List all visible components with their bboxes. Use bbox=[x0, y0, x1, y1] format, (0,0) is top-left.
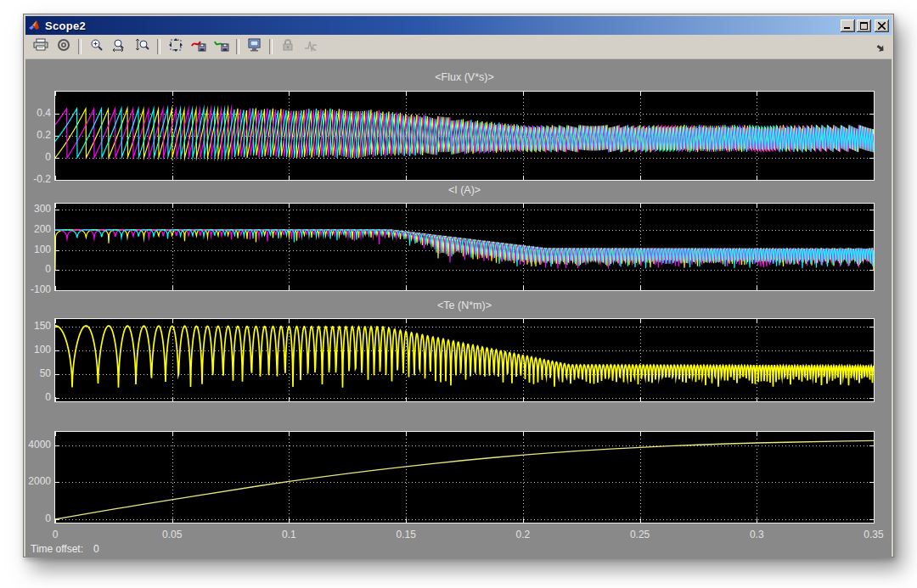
y-tick-label: 150 bbox=[25, 320, 51, 332]
close-button[interactable] bbox=[875, 20, 889, 32]
save-axes-icon bbox=[191, 38, 206, 55]
y-tick-label: 50 bbox=[25, 367, 51, 379]
autoscale-button[interactable] bbox=[165, 36, 186, 57]
parameters-button[interactable] bbox=[53, 36, 74, 57]
x-tick-label: 0.2 bbox=[516, 529, 531, 540]
zoom-button[interactable] bbox=[86, 36, 107, 57]
toolbar-separator bbox=[236, 39, 239, 54]
restore-axes-button[interactable] bbox=[211, 36, 232, 57]
y-tick-label: 0 bbox=[25, 391, 51, 403]
lock-icon bbox=[282, 38, 294, 55]
y-tick-label: 200 bbox=[25, 223, 51, 235]
flux-plot-canvas[interactable] bbox=[54, 91, 875, 181]
parameters-icon bbox=[57, 38, 70, 55]
x-tick-label: 0.15 bbox=[396, 529, 415, 540]
current-plot-canvas[interactable] bbox=[54, 203, 875, 291]
x-tick-label: 0.3 bbox=[750, 529, 764, 540]
restore-axes-icon bbox=[214, 38, 229, 55]
matlab-logo-icon bbox=[28, 19, 42, 32]
floating-scope-button[interactable] bbox=[244, 36, 265, 57]
x-tick-label: 0.25 bbox=[630, 529, 650, 540]
y-tick-label: 0.4 bbox=[25, 107, 51, 119]
zoom-icon bbox=[90, 38, 104, 55]
toolbar-more-arrow[interactable] bbox=[876, 40, 885, 55]
y-tick-label: -0.2 bbox=[25, 173, 51, 185]
printer-icon bbox=[33, 38, 48, 55]
speed-plot-canvas[interactable] bbox=[54, 431, 875, 524]
x-tick-label: 0.05 bbox=[162, 529, 182, 540]
scope-client-area: <Flux (V*s)> <I (A)> <Te (N*m)> Time off… bbox=[25, 59, 892, 557]
floating-scope-icon bbox=[247, 38, 262, 55]
zoom-y-button[interactable] bbox=[132, 36, 153, 57]
x-tick-label: 0.35 bbox=[864, 529, 883, 540]
torque-plot-canvas[interactable] bbox=[54, 318, 875, 402]
toolbar-separator bbox=[269, 39, 273, 54]
scope-toolbar bbox=[25, 35, 892, 59]
toolbar-separator bbox=[157, 39, 160, 54]
autoscale-icon bbox=[169, 38, 183, 55]
zoom-x-button[interactable] bbox=[109, 36, 130, 57]
scope-window: Scope2 <Flux (V*s)> <I (A)> <Te (N*m)> T… bbox=[23, 14, 894, 557]
y-tick-label: 0 bbox=[25, 151, 51, 163]
minimize-button[interactable] bbox=[841, 20, 855, 32]
zoom-x-icon bbox=[112, 38, 127, 55]
zoom-y-icon bbox=[136, 38, 149, 55]
y-tick-label: 2000 bbox=[25, 475, 51, 487]
y-tick-label: 100 bbox=[25, 344, 51, 356]
time-offset-value: 0 bbox=[93, 543, 99, 555]
plot-title-flux: <Flux (V*s)> bbox=[55, 71, 874, 83]
time-offset-label: Time offset: bbox=[31, 543, 83, 555]
print-button[interactable] bbox=[30, 36, 51, 57]
signal-selection-button bbox=[300, 36, 321, 57]
y-tick-label: -100 bbox=[25, 283, 51, 295]
y-tick-label: 0.2 bbox=[25, 129, 51, 141]
y-tick-label: 300 bbox=[25, 203, 51, 215]
y-tick-label: 0 bbox=[25, 263, 51, 275]
title-bar[interactable]: Scope2 bbox=[25, 16, 892, 35]
x-tick-label: 0.1 bbox=[282, 529, 296, 540]
maximize-button[interactable] bbox=[857, 20, 871, 32]
y-tick-label: 0 bbox=[25, 512, 51, 524]
signal-selection-icon bbox=[304, 38, 318, 55]
y-tick-label: 100 bbox=[25, 244, 51, 255]
plot-title-torque: <Te (N*m)> bbox=[55, 300, 874, 311]
lock-axes-button bbox=[277, 36, 298, 57]
plot-title-current: <I (A)> bbox=[55, 184, 874, 196]
save-axes-button[interactable] bbox=[188, 36, 209, 57]
time-offset-status: Time offset:0 bbox=[31, 543, 99, 555]
y-tick-label: 4000 bbox=[25, 439, 51, 451]
x-tick-label: 0 bbox=[53, 529, 59, 540]
toolbar-separator bbox=[78, 39, 82, 54]
window-title: Scope2 bbox=[45, 20, 839, 32]
